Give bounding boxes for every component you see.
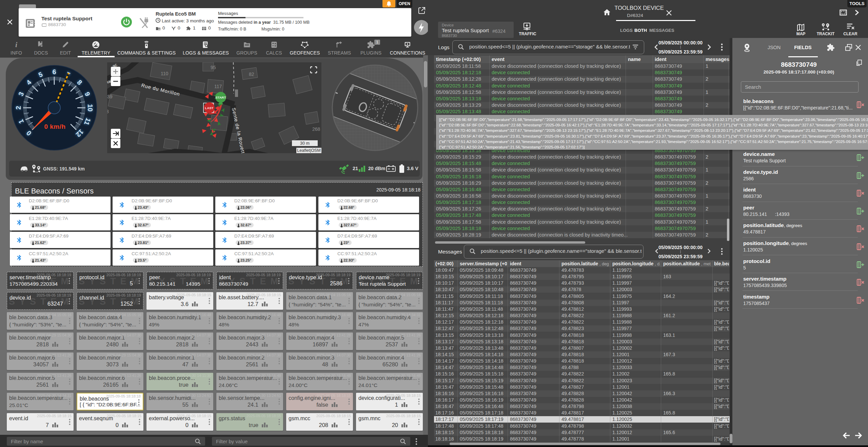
svg-text:2: 2: [15, 106, 22, 109]
svg-text:0 km/h: 0 km/h: [44, 123, 65, 130]
svg-text:i: i: [15, 41, 18, 49]
svg-text:30 m: 30 m: [300, 141, 310, 146]
svg-text:110: 110: [161, 71, 169, 76]
svg-text:6: 6: [52, 68, 56, 76]
svg-text:82: 82: [249, 72, 254, 77]
svg-text:95: 95: [211, 65, 216, 70]
svg-text:LAST: LAST: [205, 106, 214, 110]
svg-text:10: 10: [86, 104, 94, 111]
svg-text:39: 39: [107, 94, 113, 99]
svg-text:START: START: [216, 96, 226, 99]
svg-text:117: 117: [214, 84, 222, 89]
svg-text:268: 268: [312, 126, 320, 132]
svg-text:Leaflet|OSM: Leaflet|OSM: [297, 148, 320, 153]
svg-text:3: 3: [107, 109, 109, 114]
